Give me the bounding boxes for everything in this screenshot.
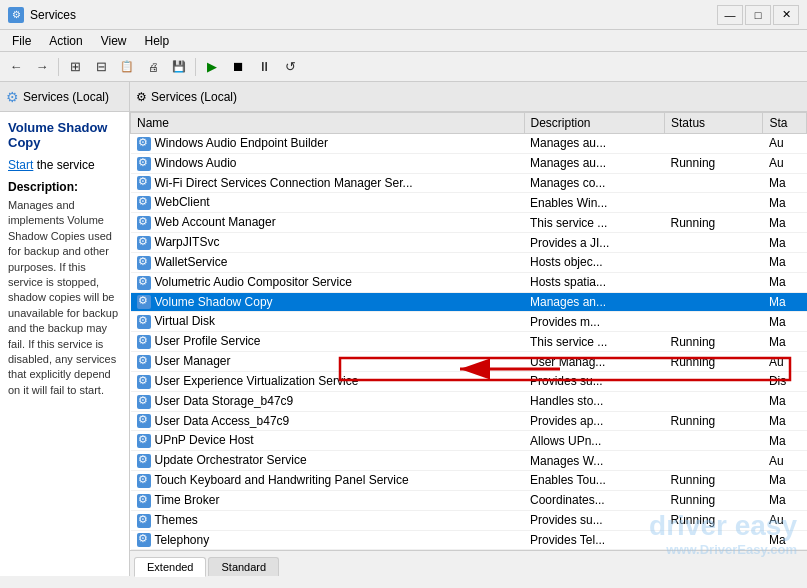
- svc-sta-cell: Ma: [763, 312, 807, 332]
- service-icon: [137, 494, 151, 508]
- table-row[interactable]: Volume Shadow Copy Manages an... Ma: [131, 292, 807, 312]
- svc-desc-cell: Manages co...: [524, 173, 665, 193]
- table-row[interactable]: Windows Audio Manages au... Running Au: [131, 153, 807, 173]
- table-row[interactable]: Telephony Provides Tel... Ma: [131, 530, 807, 550]
- table-row[interactable]: User Experience Virtualization Service P…: [131, 371, 807, 391]
- service-icon: [137, 474, 151, 488]
- right-panel: ⚙ Services (Local) Name Description Stat…: [130, 82, 807, 576]
- show-hide-button[interactable]: ⊞: [63, 56, 87, 78]
- svc-name-cell: UPnP Device Host: [131, 431, 525, 451]
- start-service-link[interactable]: Start: [8, 158, 33, 172]
- svc-name-cell: Virtual Disk: [131, 312, 525, 332]
- forward-button[interactable]: →: [30, 56, 54, 78]
- tab-standard[interactable]: Standard: [208, 557, 279, 576]
- selected-service-title: Volume Shadow Copy: [8, 120, 121, 150]
- export-button[interactable]: 💾: [167, 56, 191, 78]
- svc-sta-cell: Ma: [763, 431, 807, 451]
- table-row[interactable]: WarpJITSvc Provides a JI... Ma: [131, 233, 807, 253]
- service-icon: [137, 315, 151, 329]
- table-row[interactable]: UPnP Device Host Allows UPn... Ma: [131, 431, 807, 451]
- tab-extended[interactable]: Extended: [134, 557, 206, 577]
- svc-status-cell: [665, 312, 763, 332]
- service-icon: [137, 355, 151, 369]
- service-icon: [137, 454, 151, 468]
- svc-desc-cell: Provides m...: [524, 312, 665, 332]
- col-header-status[interactable]: Status: [665, 113, 763, 134]
- svc-name-cell: Themes: [131, 510, 525, 530]
- description-label: Description:: [8, 180, 121, 194]
- svc-desc-cell: Provides su...: [524, 510, 665, 530]
- svc-name-cell: Touch Keyboard and Handwriting Panel Ser…: [131, 471, 525, 491]
- up-button[interactable]: ⊟: [89, 56, 113, 78]
- service-icon: [137, 335, 151, 349]
- menu-help[interactable]: Help: [137, 32, 178, 50]
- svc-status-cell: [665, 292, 763, 312]
- svc-sta-cell: Ma: [763, 391, 807, 411]
- maximize-button[interactable]: □: [745, 5, 771, 25]
- window-title: Services: [30, 8, 76, 22]
- svc-status-cell: Running: [665, 411, 763, 431]
- table-row[interactable]: WalletService Hosts objec... Ma: [131, 252, 807, 272]
- services-table[interactable]: Name Description Status Sta Windows Audi…: [130, 112, 807, 550]
- service-icon: [137, 395, 151, 409]
- table-row[interactable]: User Data Access_b47c9 Provides ap... Ru…: [131, 411, 807, 431]
- svc-sta-cell: Ma: [763, 530, 807, 550]
- table-row[interactable]: Update Orchestrator Service Manages W...…: [131, 451, 807, 471]
- svc-desc-cell: Hosts spatia...: [524, 272, 665, 292]
- col-header-desc[interactable]: Description: [524, 113, 665, 134]
- stop-service-button[interactable]: ⏹: [226, 56, 250, 78]
- svc-sta-cell: Ma: [763, 213, 807, 233]
- col-header-name[interactable]: Name: [131, 113, 525, 134]
- service-icon: [137, 533, 151, 547]
- svc-status-cell: Running: [665, 213, 763, 233]
- svc-status-cell: [665, 451, 763, 471]
- svc-sta-cell: Ma: [763, 471, 807, 491]
- svc-sta-cell: Au: [763, 134, 807, 154]
- table-row[interactable]: WebClient Enables Win... Ma: [131, 193, 807, 213]
- svc-desc-cell: Manages au...: [524, 153, 665, 173]
- pause-service-button[interactable]: ⏸: [252, 56, 276, 78]
- svc-sta-cell: Ma: [763, 272, 807, 292]
- svc-sta-cell: Ma: [763, 173, 807, 193]
- col-header-sta[interactable]: Sta: [763, 113, 807, 134]
- toolbar-separator-1: [58, 58, 59, 76]
- restart-service-button[interactable]: ↺: [278, 56, 302, 78]
- svc-desc-cell: Manages au...: [524, 134, 665, 154]
- properties-button[interactable]: 📋: [115, 56, 139, 78]
- table-row[interactable]: Touch Keyboard and Handwriting Panel Ser…: [131, 471, 807, 491]
- svc-name-cell: Telephony: [131, 530, 525, 550]
- svc-desc-cell: This service ...: [524, 213, 665, 233]
- print-button[interactable]: 🖨: [141, 56, 165, 78]
- panel-icon: ⚙: [6, 89, 19, 105]
- table-row[interactable]: User Manager User Manag... Running Au: [131, 352, 807, 372]
- svc-desc-cell: Allows UPn...: [524, 431, 665, 451]
- table-row[interactable]: Time Broker Coordinates... Running Ma: [131, 490, 807, 510]
- svc-status-cell: [665, 530, 763, 550]
- back-button[interactable]: ←: [4, 56, 28, 78]
- table-row[interactable]: Themes Provides su... Running Au: [131, 510, 807, 530]
- svc-status-cell: [665, 233, 763, 253]
- menu-view[interactable]: View: [93, 32, 135, 50]
- menu-bar: File Action View Help: [0, 30, 807, 52]
- menu-file[interactable]: File: [4, 32, 39, 50]
- service-icon: [137, 414, 151, 428]
- start-service-button[interactable]: ▶: [200, 56, 224, 78]
- svc-status-cell: [665, 391, 763, 411]
- svc-sta-cell: Ma: [763, 411, 807, 431]
- close-button[interactable]: ✕: [773, 5, 799, 25]
- svc-name-cell: WebClient: [131, 193, 525, 213]
- svc-name-cell: Windows Audio: [131, 153, 525, 173]
- table-row[interactable]: Volumetric Audio Compositor Service Host…: [131, 272, 807, 292]
- table-row[interactable]: Virtual Disk Provides m... Ma: [131, 312, 807, 332]
- panel-icon-right: ⚙: [136, 90, 147, 104]
- table-row[interactable]: Web Account Manager This service ... Run…: [131, 213, 807, 233]
- menu-action[interactable]: Action: [41, 32, 90, 50]
- table-row[interactable]: User Data Storage_b47c9 Handles sto... M…: [131, 391, 807, 411]
- svc-sta-cell: Au: [763, 352, 807, 372]
- svc-desc-cell: Manages W...: [524, 451, 665, 471]
- service-icon: [137, 137, 151, 151]
- table-row[interactable]: User Profile Service This service ... Ru…: [131, 332, 807, 352]
- table-row[interactable]: Windows Audio Endpoint Builder Manages a…: [131, 134, 807, 154]
- table-row[interactable]: Wi-Fi Direct Services Connection Manager…: [131, 173, 807, 193]
- minimize-button[interactable]: —: [717, 5, 743, 25]
